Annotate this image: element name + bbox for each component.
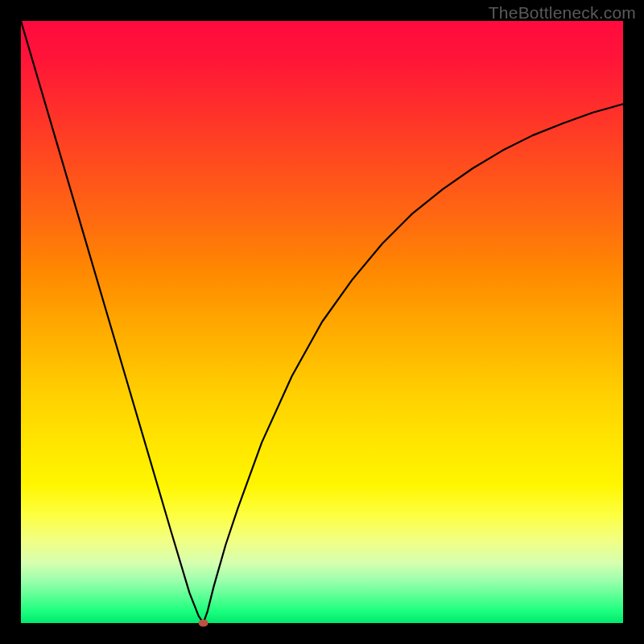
right-branch-curve <box>204 104 623 623</box>
watermark-text: TheBottleneck.com <box>489 3 636 23</box>
left-branch-curve <box>21 21 204 623</box>
curve-layer <box>21 21 623 623</box>
minimum-marker <box>199 620 208 627</box>
chart-frame: TheBottleneck.com <box>0 0 644 644</box>
